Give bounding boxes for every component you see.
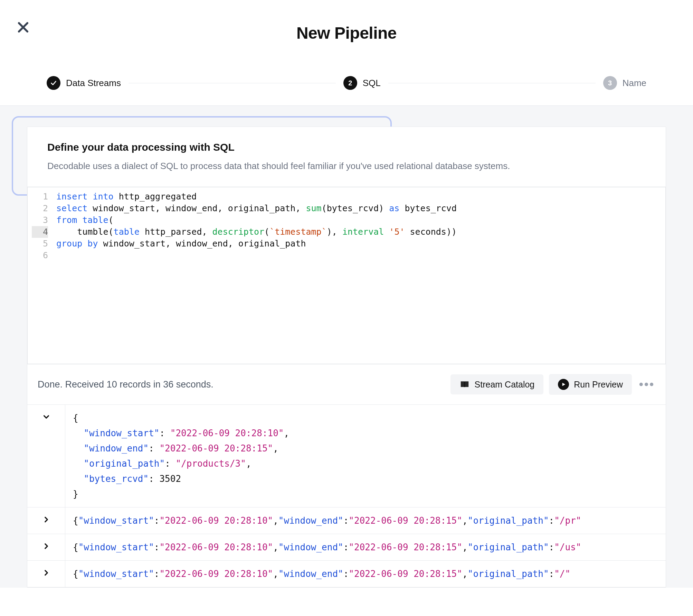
result-json: {"window_start":"2022-06-09 20:28:10","w…	[65, 561, 578, 587]
chevron-down-icon	[42, 412, 51, 421]
preview-results: { "window_start": "2022-06-09 20:28:10",…	[27, 405, 666, 587]
svg-point-0	[639, 383, 643, 386]
result-row: { "window_start": "2022-06-09 20:28:10",…	[27, 405, 666, 507]
step-data-streams[interactable]: Data Streams	[47, 76, 121, 90]
card-description: Decodable uses a dialect of SQL to proce…	[47, 159, 646, 173]
expand-toggle[interactable]	[27, 561, 65, 587]
result-json: {"window_start":"2022-06-09 20:28:10","w…	[65, 507, 589, 534]
run-preview-button[interactable]: Run Preview	[549, 374, 632, 395]
code-area[interactable]: insert into http_aggregatedselect window…	[54, 191, 461, 360]
expand-toggle[interactable]	[27, 534, 65, 560]
play-icon	[558, 379, 569, 390]
step-number-icon: 3	[603, 76, 617, 90]
step-label: SQL	[363, 78, 381, 88]
ellipsis-icon	[637, 375, 655, 393]
step-sql[interactable]: 2 SQL	[343, 76, 381, 90]
result-row: {"window_start":"2022-06-09 20:28:10","w…	[27, 507, 666, 534]
sql-editor[interactable]: 123456 insert into http_aggregatedselect…	[27, 187, 666, 364]
svg-point-1	[645, 383, 648, 386]
chevron-right-icon	[42, 568, 51, 577]
expand-toggle[interactable]	[27, 507, 65, 534]
result-row: {"window_start":"2022-06-09 20:28:10","w…	[27, 561, 666, 587]
step-name[interactable]: 3 Name	[603, 76, 646, 90]
catalog-icon	[459, 379, 470, 390]
check-icon	[47, 76, 60, 90]
page-title: New Pipeline	[0, 24, 693, 43]
result-row: {"window_start":"2022-06-09 20:28:10","w…	[27, 534, 666, 561]
stepper: Data Streams 2 SQL 3 Name	[47, 76, 646, 90]
preview-status: Done. Received 10 records in 36 seconds.	[38, 379, 213, 390]
step-label: Data Streams	[66, 78, 121, 88]
step-label: Name	[623, 78, 646, 88]
button-label: Stream Catalog	[475, 380, 535, 390]
chevron-right-icon	[42, 515, 51, 524]
result-json: {"window_start":"2022-06-09 20:28:10","w…	[65, 534, 589, 560]
expand-toggle[interactable]	[27, 405, 65, 507]
step-number-icon: 2	[343, 76, 357, 90]
chevron-right-icon	[42, 542, 51, 551]
svg-point-2	[650, 383, 653, 386]
card-title: Define your data processing with SQL	[47, 141, 646, 153]
stream-catalog-button[interactable]: Stream Catalog	[450, 374, 544, 394]
result-json: { "window_start": "2022-06-09 20:28:10",…	[65, 405, 297, 507]
sql-card: Define your data processing with SQL Dec…	[27, 127, 666, 588]
more-menu-button[interactable]	[637, 375, 655, 393]
line-gutter: 123456	[28, 191, 54, 360]
button-label: Run Preview	[574, 380, 623, 390]
